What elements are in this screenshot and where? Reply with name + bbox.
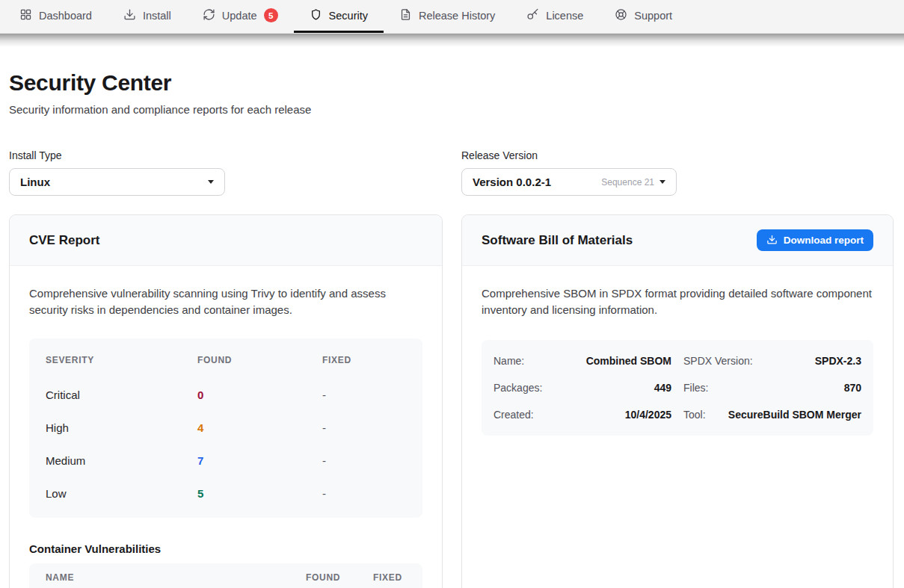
nav-item-label: Support (634, 10, 672, 22)
table-row: Medium 7 - (29, 445, 422, 477)
cve-report-header: CVE Report (10, 215, 442, 266)
cve-report-card: CVE Report Comprehensive vulnerability s… (9, 214, 443, 588)
sbom-header: Software Bill of Materials Download repo… (462, 215, 893, 266)
cve-report-body: Comprehensive vulnerability scanning usi… (10, 266, 442, 588)
fixed-col-header: FIXED (373, 572, 406, 583)
page-title: Security Center (9, 70, 895, 96)
sequence-label: Sequence 21 (601, 177, 654, 188)
sbom-details: Name: Combined SBOM SPDX Version: SPDX-2… (482, 340, 873, 436)
download-report-button[interactable]: Download report (757, 229, 873, 251)
severity-col-header: SEVERITY (46, 355, 197, 365)
found-count: 7 (197, 454, 322, 467)
sbom-detail-value: Combined SBOM (586, 355, 671, 367)
refresh-icon (203, 8, 215, 23)
table-row: High 4 - (29, 412, 422, 445)
document-icon (399, 8, 412, 23)
download-report-label: Download report (784, 235, 864, 246)
found-col-header: FOUND (306, 572, 351, 583)
install-type-value: Linux (20, 176, 50, 188)
release-version-value: Version 0.0.2-1 (473, 176, 551, 188)
nav-item-label: Update (222, 10, 257, 22)
severity-name: Medium (46, 454, 197, 467)
nav-scroll-shadow (0, 34, 904, 47)
nav-item-support[interactable]: Support (599, 0, 688, 33)
nav-item-label: Install (143, 10, 171, 22)
sbom-detail-label: Created: (493, 409, 534, 421)
cards-row: CVE Report Comprehensive vulnerability s… (9, 214, 895, 588)
severity-table-header: SEVERITY FOUND FIXED (29, 341, 422, 379)
nav-item-license[interactable]: License (511, 0, 599, 33)
severity-name: High (46, 421, 197, 434)
sbom-card: Software Bill of Materials Download repo… (461, 214, 894, 588)
update-count-badge: 5 (264, 8, 278, 22)
sbom-detail-label: Packages: (493, 382, 542, 394)
fixed-col-header: FIXED (322, 355, 406, 365)
sbom-body: Comprehensive SBOM in SPDX format provid… (462, 266, 893, 455)
cve-report-title: CVE Report (29, 233, 99, 248)
nav-item-label: License (546, 10, 583, 22)
dashboard-grid-icon (19, 8, 32, 23)
table-row: Critical 0 - (29, 379, 422, 412)
release-version-label: Release Version (461, 149, 894, 161)
filters-row: Install Type Linux Release Version Versi… (9, 149, 895, 196)
install-type-select[interactable]: Linux (9, 168, 225, 196)
found-count: 4 (197, 421, 322, 434)
sbom-detail-value: 10/4/2025 (625, 409, 671, 421)
install-type-filter: Install Type Linux (9, 149, 443, 196)
sbom-detail-label: Files: (683, 382, 708, 394)
nav-item-release-history[interactable]: Release History (384, 0, 511, 33)
fixed-count: - (322, 454, 406, 467)
severity-table: SEVERITY FOUND FIXED Critical 0 - High 4… (29, 338, 422, 518)
severity-name: Critical (46, 389, 197, 401)
container-vulnerabilities-title: Container Vulnerabilities (29, 542, 422, 555)
chevron-down-icon (208, 180, 214, 184)
sbom-detail-value: SecureBuild SBOM Merger (728, 409, 861, 421)
sbom-title: Software Bill of Materials (482, 233, 633, 248)
top-nav: Dashboard Install Update 5 Security Rele… (0, 0, 904, 34)
found-col-header: FOUND (197, 355, 322, 365)
table-row: Low 5 - (29, 477, 422, 510)
fixed-count: - (322, 421, 406, 434)
lifebuoy-icon (615, 8, 627, 23)
security-center-page: Security Center Security information and… (0, 70, 904, 588)
nav-item-label: Release History (419, 10, 495, 22)
key-icon (526, 8, 539, 23)
shield-icon (310, 8, 322, 23)
release-version-select[interactable]: Version 0.0.2-1 Sequence 21 (461, 168, 677, 196)
nav-item-update[interactable]: Update 5 (187, 0, 294, 33)
sbom-detail-value: 449 (654, 382, 671, 394)
fixed-count: - (322, 389, 406, 401)
nav-item-label: Security (329, 10, 368, 22)
cve-report-description: Comprehensive vulnerability scanning usi… (29, 285, 422, 318)
sbom-detail-label: Tool: (683, 409, 706, 421)
found-count: 5 (197, 487, 322, 500)
severity-name: Low (46, 487, 197, 500)
found-count: 0 (197, 389, 322, 401)
release-version-filter: Release Version Version 0.0.2-1 Sequence… (461, 149, 894, 196)
nav-item-install[interactable]: Install (108, 0, 187, 33)
sbom-description: Comprehensive SBOM in SPDX format provid… (482, 285, 873, 318)
sbom-detail-label: SPDX Version: (683, 355, 753, 367)
nav-item-security[interactable]: Security (294, 0, 384, 33)
download-icon (766, 234, 778, 247)
chevron-down-icon (659, 180, 665, 184)
install-type-label: Install Type (9, 149, 443, 161)
download-icon (123, 8, 136, 23)
container-vulnerabilities-header: NAME FOUND FIXED (29, 563, 422, 588)
name-col-header: NAME (46, 572, 284, 583)
page-subtitle: Security information and compliance repo… (9, 103, 895, 116)
nav-item-dashboard[interactable]: Dashboard (4, 0, 108, 33)
nav-item-label: Dashboard (39, 10, 92, 22)
sbom-detail-label: Name: (493, 355, 524, 367)
sbom-details-row: Name: Combined SBOM SPDX Version: SPDX-2… (493, 347, 861, 374)
sbom-details-row: Packages: 449 Files: 870 (493, 374, 861, 401)
fixed-count: - (322, 487, 406, 500)
sbom-detail-value: 870 (844, 382, 861, 394)
sbom-detail-value: SPDX-2.3 (815, 355, 861, 367)
sbom-details-row: Created: 10/4/2025 Tool: SecureBuild SBO… (493, 401, 861, 428)
